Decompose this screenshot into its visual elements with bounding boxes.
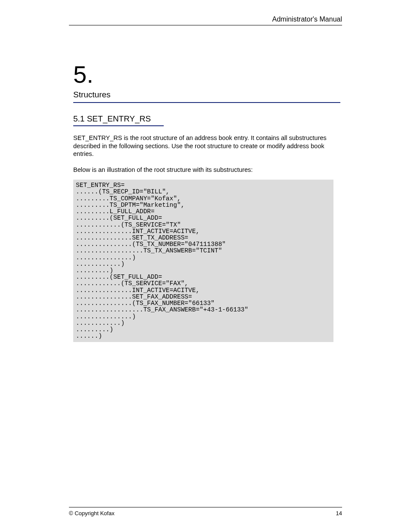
footer-divider [69,507,342,507]
code-line: ..................TS_TX_ANSWERB="TCINT" [76,247,222,254]
section-title: 5.1 SET_ENTRY_RS [73,114,340,124]
code-line: ............(TS_SERVICE="TX" [76,221,181,228]
code-line: ...............INT_ACTIVE=ACITVE, [76,287,199,294]
code-line: .........TS_COMPANY="Kofax", [76,195,181,202]
code-line: .........TS_DPTM="Marketing", [76,202,184,208]
code-line: .........) [76,326,113,333]
code-line: .........) [76,267,113,274]
code-line: ...............SET_TX_ADDRESS= [76,234,188,241]
section-divider [73,125,164,126]
code-content: SET_ENTRY_RS= ......(TS_RECP_ID="BILL", … [76,182,331,339]
code-line: ...............INT_ACTIVE=ACITVE, [76,228,199,235]
page-footer: © Copyright Kofax 14 [69,507,342,516]
page-header: Administrator's Manual [69,16,342,25]
code-line: ...............(TS_TX_NUMBER="047111388" [76,241,226,248]
page-content: 5. Structures 5.1 SET_ENTRY_RS SET_ENTRY… [73,60,340,342]
code-line: ............) [76,261,125,268]
code-line: ......) [76,333,102,339]
code-line: ...............) [76,313,136,320]
code-line: .........L_FULL_ADDR= [76,208,155,215]
code-line: ..................TS_FAX_ANSWERB="+43-1-… [76,306,248,313]
chapter-number: 5. [73,60,340,88]
code-line: SET_ENTRY_RS= [76,182,125,189]
code-line: ...............SET_FAX_ADDRESS= [76,293,192,300]
code-line: ............) [76,320,125,327]
code-line: ............(TS_SERVICE="FAX", [76,280,188,287]
code-line: ...............) [76,254,136,261]
code-line: ......(TS_RECP_ID="BILL", [76,188,170,195]
chapter-title: Structures [73,90,340,100]
code-line: .........(SET_FULL_ADD= [76,215,162,221]
body-paragraph: SET_ENTRY_RS is the root structure of an… [73,134,340,158]
code-block: SET_ENTRY_RS= ......(TS_RECP_ID="BILL", … [73,180,333,342]
header-divider [69,25,342,25]
chapter-divider [73,102,340,103]
code-line: .........(SET_FULL_ADD= [76,274,162,280]
footer-page-number: 14 [336,510,342,516]
footer-copyright: © Copyright Kofax [69,510,115,516]
code-line: ...............(TS_FAX_NUMBER="66133" [76,300,215,307]
body-paragraph: Below is an illustration of the root str… [73,166,340,174]
header-title: Administrator's Manual [69,16,342,25]
